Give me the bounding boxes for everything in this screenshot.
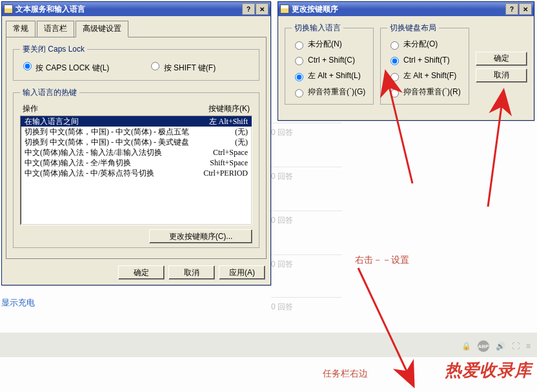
help-button[interactable]: ? [242, 3, 255, 15]
svg-line-3 [358, 268, 413, 385]
list-item-action: 在输入语言之间 [25, 116, 79, 127]
answer-strip: 0 回答 [271, 123, 342, 138]
answer-label: 回答 [278, 216, 293, 225]
radio-option[interactable]: 未分配(N) [292, 39, 367, 50]
radio-option[interactable]: Ctrl + Shift(T) [387, 55, 462, 65]
radio-caps-lock-key[interactable]: 按 CAPS LOCK 键(L) [20, 60, 109, 74]
fieldset-legend: 切换输入语言 [292, 23, 343, 34]
dialog-body: 切换输入语言 未分配(N)Ctrl + Shift(C)左 Alt + Shif… [278, 16, 534, 120]
radio-option[interactable]: Ctrl + Shift(C) [292, 55, 367, 65]
answer-strip: 0 回答 [271, 254, 342, 270]
window-title: 文本服务和输入语言 [15, 4, 242, 15]
radio-input[interactable] [295, 57, 303, 65]
titlebar[interactable]: 文本服务和输入语言 ? ✕ [2, 2, 270, 16]
lock-icon: 🔒 [461, 342, 471, 351]
answer-count: 0 [271, 216, 276, 225]
radio-input[interactable] [390, 57, 399, 65]
radio-input[interactable] [295, 73, 303, 81]
tab-panel-advanced: 要关闭 Caps Lock 按 CAPS LOCK 键(L) 按 SHIFT 键… [6, 37, 267, 259]
list-item-action: 切换到 中文(简体，中国) - 中文(简体) - 美式键盘 [25, 137, 189, 147]
radio-label: 未分配(N) [308, 39, 342, 50]
radio-input[interactable] [390, 89, 399, 98]
change-key-sequence-button[interactable]: 更改按键顺序(C)... [149, 229, 252, 243]
dialog-buttons: 确定 取消 应用(A) [2, 263, 270, 285]
radio-input[interactable] [151, 62, 159, 70]
answer-strip: 0 回答 [271, 297, 342, 313]
radio-input[interactable] [390, 73, 399, 81]
expand-icon: ⛶ [512, 342, 520, 351]
answer-count: 0 [271, 260, 276, 269]
answer-strip: 0 回答 [271, 211, 342, 226]
hotkey-list[interactable]: 在输入语言之间左 Alt+Shift切换到 中文(简体，中国) - 中文(简体)… [20, 116, 252, 225]
radio-group: 未分配(N)Ctrl + Shift(C)左 Alt + Shift(L)抑音符… [292, 39, 367, 98]
fieldset-switch-keyboard-layout: 切换键盘布局 未分配(O)Ctrl + Shift(T)左 Alt + Shif… [380, 23, 469, 105]
cancel-button[interactable]: 取消 [168, 265, 215, 280]
volume-icon: 🔊 [496, 342, 505, 351]
answer-label: 回答 [278, 302, 293, 311]
radio-option[interactable]: 左 Alt + Shift(L) [292, 70, 367, 81]
menu-icon: ≡ [526, 342, 531, 351]
fieldset-switch-input-language: 切换输入语言 未分配(N)Ctrl + Shift(C)左 Alt + Shif… [285, 23, 374, 105]
list-item[interactable]: 在输入语言之间左 Alt+Shift [21, 116, 252, 127]
radio-label: 按 SHIFT 键(F) [164, 63, 216, 72]
radio-label: Ctrl + Shift(T) [403, 56, 450, 65]
radio-shift-key[interactable]: 按 SHIFT 键(F) [148, 60, 216, 74]
list-item-action: 中文(简体)输入法 - 全/半角切换 [25, 158, 131, 168]
answer-count: 0 [271, 172, 276, 181]
tab-language-bar[interactable]: 语言栏 [37, 21, 74, 37]
list-item-key: 左 Alt+Shift [209, 116, 248, 127]
radio-label: 左 Alt + Shift(F) [403, 70, 456, 81]
close-button[interactable]: ✕ [519, 3, 532, 15]
answer-label: 回答 [278, 172, 293, 181]
radio-option[interactable]: 左 Alt + Shift(F) [387, 70, 462, 81]
fieldset-caps-lock: 要关闭 Caps Lock 按 CAPS LOCK 键(L) 按 SHIFT 键… [13, 44, 259, 81]
dialog-buttons: 确定 取消 [476, 23, 527, 111]
list-item-key: (无) [235, 127, 248, 137]
list-item-action: 中文(简体)输入法 - 输入法/非输入法切换 [25, 147, 162, 158]
list-item[interactable]: 切换到 中文(简体，中国) - 中文(简体) - 极点五笔(无) [21, 127, 252, 137]
radio-input[interactable] [295, 41, 303, 50]
radio-input[interactable] [23, 62, 32, 70]
radio-label: 抑音符重音(`)(R) [403, 87, 461, 98]
list-item[interactable]: 切换到 中文(简体，中国) - 中文(简体) - 美式键盘(无) [21, 137, 252, 147]
window-text-services: 文本服务和输入语言 ? ✕ 常规 语言栏 高级键设置 要关闭 Caps Lock… [1, 1, 271, 285]
radio-label: 左 Alt + Shift(L) [308, 70, 361, 81]
tabs: 常规 语言栏 高级键设置 [6, 20, 267, 37]
stop-icon: ABP [478, 340, 489, 352]
close-button[interactable]: ✕ [256, 3, 268, 15]
footer-icons: 🔒 ABP 🔊 ⛶ ≡ [461, 340, 531, 352]
tab-advanced-key-settings[interactable]: 高级键设置 [76, 21, 128, 37]
radio-label: 未分配(O) [403, 39, 438, 50]
radio-option[interactable]: 抑音符重音(`)(R) [387, 87, 462, 98]
list-item[interactable]: 中文(简体)输入法 - 输入法/非输入法切换Ctrl+Space [21, 147, 252, 158]
cancel-button[interactable]: 取消 [476, 68, 527, 83]
fieldset-legend: 输入语言的热键 [20, 87, 79, 98]
answer-strip: 0 回答 [271, 167, 342, 182]
list-item[interactable]: 中文(简体)输入法 - 全/半角切换Shift+Space [21, 158, 252, 168]
list-header: 操作 按键顺序(K) [20, 103, 252, 116]
titlebar[interactable]: 更改按键顺序 ? ✕ [278, 2, 534, 16]
apply-button[interactable]: 应用(A) [219, 265, 265, 280]
radio-input[interactable] [295, 89, 303, 98]
answer-label: 回答 [278, 128, 293, 137]
ok-button[interactable]: 确定 [118, 265, 165, 280]
radio-input[interactable] [390, 41, 399, 50]
answer-count: 0 [271, 302, 276, 311]
link-show-charge[interactable]: 显示充电 [1, 297, 35, 309]
list-item[interactable]: 中文(简体)输入法 - 中/英标点符号切换Ctrl+PERIOD [21, 168, 252, 178]
tab-general[interactable]: 常规 [6, 21, 35, 37]
window-title: 更改按键顺序 [292, 4, 505, 15]
answer-label: 回答 [278, 260, 293, 269]
answer-count: 0 [271, 128, 276, 137]
radio-label: 按 CAPS LOCK 键(L) [35, 63, 109, 72]
list-item-key: Ctrl+Space [213, 147, 248, 158]
radio-option[interactable]: 抑音符重音(`)(G) [292, 87, 367, 98]
window-icon [4, 5, 13, 14]
fieldset-hotkeys: 输入语言的热键 操作 按键顺序(K) 在输入语言之间左 Alt+Shift切换到… [13, 87, 259, 248]
radio-option[interactable]: 未分配(O) [387, 39, 462, 50]
ok-button[interactable]: 确定 [476, 52, 527, 66]
brand-watermark: 热爱收录库 [445, 359, 532, 382]
window-icon [280, 5, 289, 14]
help-button[interactable]: ? [505, 3, 518, 15]
list-item-action: 中文(简体)输入法 - 中/英标点符号切换 [25, 168, 154, 178]
